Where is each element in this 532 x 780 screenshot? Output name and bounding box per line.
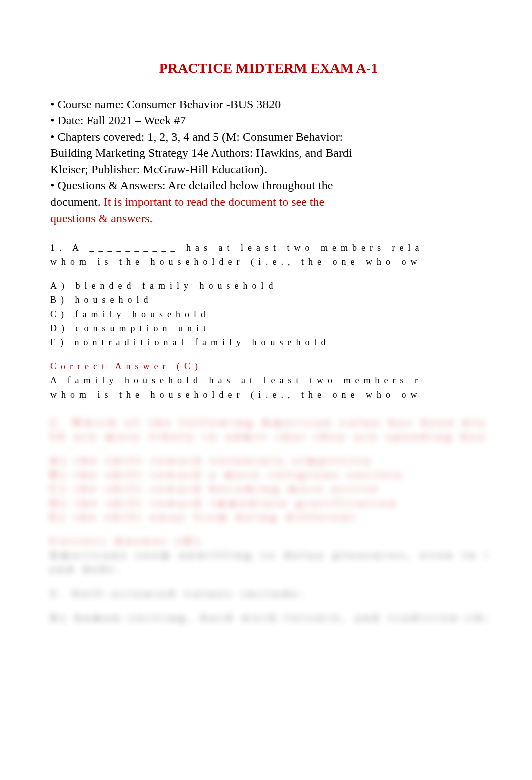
q1-explanation-2: whom is the householder (i.e., the one w… <box>50 388 487 401</box>
qa-line-2a: document. <box>50 195 104 208</box>
chapters-line-3: Kleiser; Publisher: McGraw-Hill Educatio… <box>50 161 487 177</box>
qa-line-1: • Questions & Answers: Are detailed belo… <box>50 177 487 193</box>
qa-line-2: document. It is important to read the do… <box>50 193 487 210</box>
q1-option-b: B) household <box>50 293 487 306</box>
q1-option-a: A) blended family household <box>50 279 487 292</box>
exam-metadata: • Course name: Consumer Behavior -BUS 38… <box>50 96 487 226</box>
course-line: • Course name: Consumer Behavior -BUS 38… <box>50 96 487 112</box>
chapters-line-1: • Chapters covered: 1, 2, 3, 4 and 5 (M:… <box>50 129 487 145</box>
blur-line-3: A) the shift toward voluntary simplicity <box>50 454 487 467</box>
q1-explanation-1: A family household has at least two memb… <box>50 374 487 387</box>
blur-line-11: 3. Self-oriented values include: <box>50 587 487 600</box>
qa-line-3: questions & answers. <box>50 210 487 226</box>
q1-option-d: D) consumption unit <box>50 322 487 335</box>
blurred-content: 2. Which of the following American value… <box>50 416 487 624</box>
qa-line-2b: It is important to read the document to … <box>104 195 325 208</box>
blur-line-10: and debt. <box>50 563 487 576</box>
page-title: PRACTICE MIDTERM EXAM A-1 <box>50 60 487 76</box>
blur-line-8: Correct Answer (D) <box>50 535 487 548</box>
blur-line-5: C) the shift toward becoming more active <box>50 482 487 495</box>
blur-line-1: 2. Which of the following American value… <box>50 416 487 429</box>
page: PRACTICE MIDTERM EXAM A-1 • Course name:… <box>0 0 532 780</box>
blur-line-12: A) human-serving, hard work-leisure, and… <box>50 611 487 624</box>
chapters-line-2: Building Marketing Strategy 14e Authors:… <box>50 145 487 161</box>
blur-line-7: E) the shift away from being different <box>50 511 487 524</box>
date-line: • Date: Fall 2021 – Week #7 <box>50 112 487 128</box>
blur-line-6: D) the shift toward immediate gratificat… <box>50 497 487 510</box>
blur-line-2: 50 are more likely to admit that they ar… <box>50 430 487 443</box>
q1-option-c: C) family household <box>50 308 487 321</box>
q1-correct-answer: Correct Answer (C) <box>50 360 487 373</box>
q1-option-e: E) nontraditional family household <box>50 336 487 349</box>
question-1: 1. A __________ has at least two members… <box>50 241 487 401</box>
blur-line-9: Americans seem unwilling to delay pleasu… <box>50 549 487 562</box>
blur-line-4: B) the shift toward a more religious soc… <box>50 468 487 481</box>
q1-stem-line-1: 1. A __________ has at least two members… <box>50 241 487 254</box>
q1-stem-line-2: whom is the householder (i.e., the one w… <box>50 255 487 268</box>
